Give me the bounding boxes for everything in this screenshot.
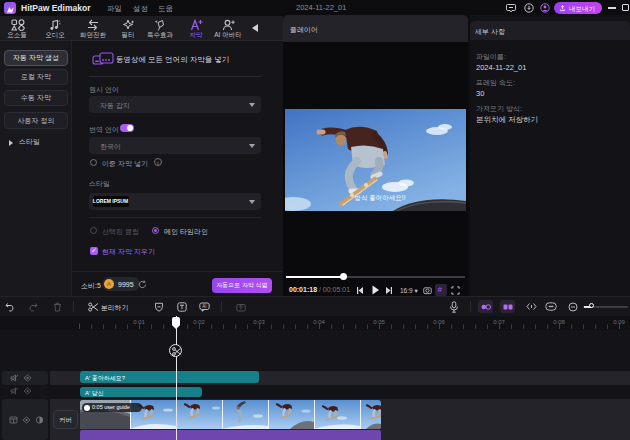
svg-text:방식 좋아하세요!!: 방식 좋아하세요!! <box>355 194 406 202</box>
svg-text:AI: AI <box>202 304 206 309</box>
